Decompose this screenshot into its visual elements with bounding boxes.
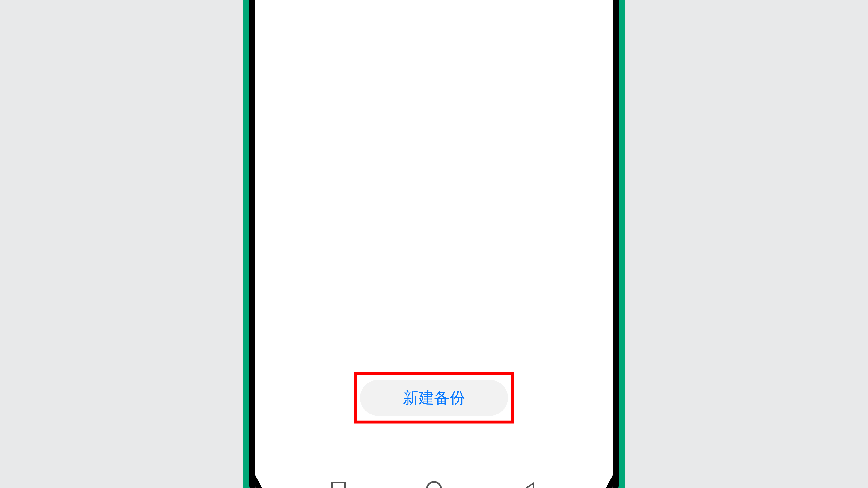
square-icon — [331, 481, 346, 488]
app-content-area: 新建备份 — [255, 0, 613, 471]
highlight-box: 新建备份 — [354, 372, 514, 424]
circle-icon — [425, 480, 443, 488]
recent-apps-button[interactable] — [330, 480, 348, 488]
phone-bezel: 新建备份 — [249, 0, 619, 488]
phone-screen: 新建备份 — [255, 0, 613, 488]
triangle-back-icon — [522, 481, 537, 488]
back-button[interactable] — [521, 480, 538, 488]
new-backup-button-label: 新建备份 — [403, 387, 465, 408]
phone-frame: 新建备份 — [243, 0, 625, 488]
system-nav-bar — [255, 471, 613, 488]
svg-point-1 — [427, 482, 441, 488]
new-backup-button[interactable]: 新建备份 — [360, 380, 508, 416]
svg-rect-0 — [332, 483, 345, 488]
home-button[interactable] — [425, 480, 443, 488]
